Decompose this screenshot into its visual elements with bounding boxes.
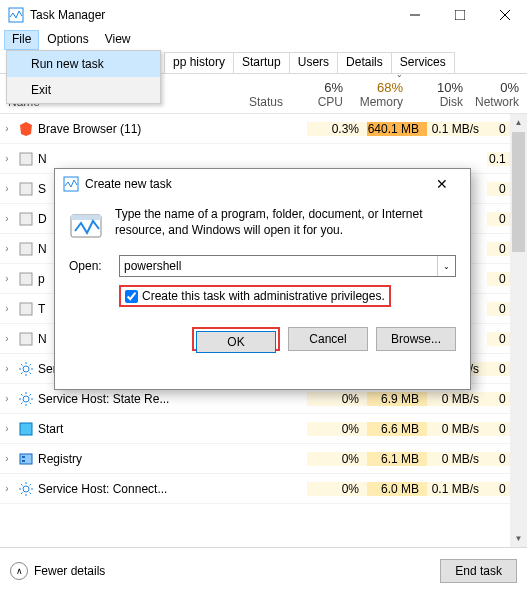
process-name: Registry [38, 452, 237, 466]
svg-rect-8 [20, 243, 32, 255]
menu-run-new-task[interactable]: Run new task [7, 51, 160, 77]
process-name: N [38, 152, 237, 166]
svg-rect-9 [20, 273, 32, 285]
admin-checkbox-label: Create this task with administrative pri… [142, 289, 385, 303]
expand-icon[interactable]: › [0, 303, 14, 314]
open-combobox[interactable]: ⌄ [119, 255, 456, 277]
open-label: Open: [69, 259, 111, 273]
minimize-button[interactable] [392, 0, 437, 30]
col-disk[interactable]: 10%Disk [411, 80, 471, 109]
browse-button[interactable]: Browse... [376, 327, 456, 351]
ok-button-highlight: OK [192, 327, 280, 351]
fewer-details-button[interactable]: ∧ Fewer details [10, 562, 105, 580]
expand-icon[interactable]: › [0, 123, 14, 134]
cell-memory: 6.1 MB [367, 452, 427, 466]
scroll-thumb[interactable] [512, 132, 525, 252]
expand-icon[interactable]: › [0, 453, 14, 464]
menu-options[interactable]: Options [39, 30, 96, 50]
dialog-icon [63, 176, 79, 192]
svg-rect-11 [20, 333, 32, 345]
table-row[interactable]: ›Registry0%6.1 MB0 MB/s0 M [0, 444, 527, 474]
process-icon [18, 151, 34, 167]
svg-rect-7 [20, 213, 32, 225]
run-icon [69, 207, 105, 243]
svg-rect-17 [22, 460, 25, 462]
admin-checkbox-row[interactable]: Create this task with administrative pri… [119, 285, 391, 307]
expand-icon[interactable]: › [0, 273, 14, 284]
cell-memory: 640.1 MB [367, 122, 427, 136]
expand-icon[interactable]: › [0, 153, 14, 164]
menubar: File Options View [0, 30, 527, 50]
svg-rect-6 [20, 183, 32, 195]
dialog-close-button[interactable]: ✕ [422, 176, 462, 192]
svg-point-18 [23, 486, 29, 492]
cell-cpu: 0.3% [307, 122, 367, 136]
chevron-up-icon: ∧ [10, 562, 28, 580]
svg-rect-2 [455, 10, 465, 20]
cell-disk: 0.1 MB/s [427, 482, 487, 496]
process-name: Service Host: Connect... [38, 482, 237, 496]
process-icon [18, 271, 34, 287]
cancel-button[interactable]: Cancel [288, 327, 368, 351]
svg-rect-16 [22, 456, 25, 458]
process-icon [18, 451, 34, 467]
cell-disk: 0 MB/s [427, 392, 487, 406]
ok-button[interactable]: OK [196, 331, 276, 353]
cell-disk: 0 MB/s [427, 452, 487, 466]
table-row[interactable]: ›Service Host: Connect...0%6.0 MB0.1 MB/… [0, 474, 527, 504]
svg-rect-15 [20, 454, 32, 464]
process-icon [18, 361, 34, 377]
cell-memory: 6.0 MB [367, 482, 427, 496]
expand-icon[interactable]: › [0, 393, 14, 404]
expand-icon[interactable]: › [0, 483, 14, 494]
svg-rect-21 [71, 215, 101, 220]
titlebar: Task Manager [0, 0, 527, 30]
close-button[interactable] [482, 0, 527, 30]
scroll-up-icon[interactable]: ▲ [510, 114, 527, 131]
process-name: Service Host: State Re... [38, 392, 237, 406]
file-dropdown: Run new task Exit [6, 50, 161, 104]
process-icon [18, 391, 34, 407]
col-status[interactable]: Status [221, 95, 291, 109]
tab-users[interactable]: Users [289, 52, 338, 73]
process-icon [18, 181, 34, 197]
svg-rect-14 [20, 423, 32, 435]
process-icon [18, 121, 34, 137]
combobox-dropdown-icon[interactable]: ⌄ [437, 256, 455, 276]
process-icon [18, 211, 34, 227]
cell-cpu: 0% [307, 392, 367, 406]
tab-startup[interactable]: Startup [233, 52, 290, 73]
cell-cpu: 0% [307, 482, 367, 496]
process-icon [18, 301, 34, 317]
table-row[interactable]: ›Brave Browser (11)0.3%640.1 MB0.1 MB/s0… [0, 114, 527, 144]
expand-icon[interactable]: › [0, 243, 14, 254]
expand-icon[interactable]: › [0, 183, 14, 194]
open-input[interactable] [120, 256, 437, 276]
dialog-titlebar[interactable]: Create new task ✕ [55, 169, 470, 199]
cell-cpu: 0% [307, 452, 367, 466]
process-icon [18, 481, 34, 497]
app-icon [8, 7, 24, 23]
table-row[interactable]: ›Start0%6.6 MB0 MB/s0 M [0, 414, 527, 444]
tab-app-history[interactable]: pp history [164, 52, 234, 73]
scroll-down-icon[interactable]: ▼ [510, 530, 527, 547]
end-task-button[interactable]: End task [440, 559, 517, 583]
menu-exit[interactable]: Exit [7, 77, 160, 103]
admin-checkbox[interactable] [125, 290, 138, 303]
expand-icon[interactable]: › [0, 423, 14, 434]
cell-memory: 6.6 MB [367, 422, 427, 436]
vertical-scrollbar[interactable]: ▲ ▼ [510, 114, 527, 547]
expand-icon[interactable]: › [0, 363, 14, 374]
col-network[interactable]: 0%Network [471, 80, 527, 109]
dialog-message: Type the name of a program, folder, docu… [115, 207, 456, 243]
col-memory[interactable]: ⌄ 68%Memory [351, 66, 411, 109]
col-cpu[interactable]: 6%CPU [291, 80, 351, 109]
menu-file[interactable]: File [4, 30, 39, 50]
fewer-details-label: Fewer details [34, 564, 105, 578]
expand-icon[interactable]: › [0, 213, 14, 224]
create-task-dialog: Create new task ✕ Type the name of a pro… [54, 168, 471, 390]
menu-view[interactable]: View [97, 30, 139, 50]
maximize-button[interactable] [437, 0, 482, 30]
svg-rect-10 [20, 303, 32, 315]
expand-icon[interactable]: › [0, 333, 14, 344]
